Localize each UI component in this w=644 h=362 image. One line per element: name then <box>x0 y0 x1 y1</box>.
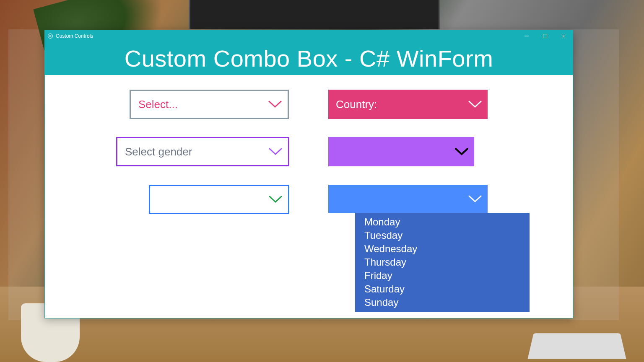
chevron-down-icon <box>462 100 488 109</box>
gender-combobox-label: Select gender <box>117 145 263 158</box>
dropdown-item-friday[interactable]: Friday <box>355 269 530 282</box>
chevron-down-icon <box>462 195 488 203</box>
gender-combobox[interactable]: Select gender <box>116 137 289 166</box>
dropdown-item-monday[interactable]: Monday <box>355 215 530 229</box>
dropdown-item-wednesday[interactable]: Wednesday <box>355 242 530 256</box>
chevron-down-icon <box>263 147 288 156</box>
svg-point-0 <box>48 34 53 39</box>
svg-point-1 <box>49 35 51 37</box>
close-button[interactable] <box>554 31 573 41</box>
chevron-down-icon <box>263 195 288 204</box>
maximize-button[interactable] <box>536 31 554 41</box>
content-area: Select... Country: Select gender <box>45 75 573 318</box>
country-combobox[interactable]: Country: <box>328 90 488 119</box>
window-title: Custom Controls <box>56 33 517 39</box>
select-combobox[interactable]: Select... <box>130 90 289 119</box>
dropdown-item-tuesday[interactable]: Tuesday <box>355 229 530 242</box>
days-combobox[interactable] <box>328 185 488 213</box>
dropdown-item-sunday[interactable]: Sunday <box>355 296 530 309</box>
svg-rect-3 <box>543 34 547 38</box>
minimize-button[interactable] <box>517 31 536 41</box>
purple-combobox[interactable] <box>328 137 474 166</box>
select-combobox-label: Select... <box>131 98 262 111</box>
chevron-down-icon <box>262 100 288 109</box>
page-title: Custom Combo Box - C# WinForm <box>45 41 573 75</box>
dropdown-item-saturday[interactable]: Saturday <box>355 282 530 296</box>
chevron-down-icon <box>449 147 474 156</box>
dropdown-item-thursday[interactable]: Thursday <box>355 256 530 269</box>
blue-outline-combobox[interactable] <box>149 185 289 214</box>
app-icon <box>45 33 56 39</box>
country-combobox-label: Country: <box>328 98 462 111</box>
titlebar[interactable]: Custom Controls <box>45 31 573 41</box>
days-dropdown-list[interactable]: Monday Tuesday Wednesday Thursday Friday… <box>355 213 530 312</box>
app-window: Custom Controls Custom Combo Box - C# Wi… <box>44 30 573 318</box>
